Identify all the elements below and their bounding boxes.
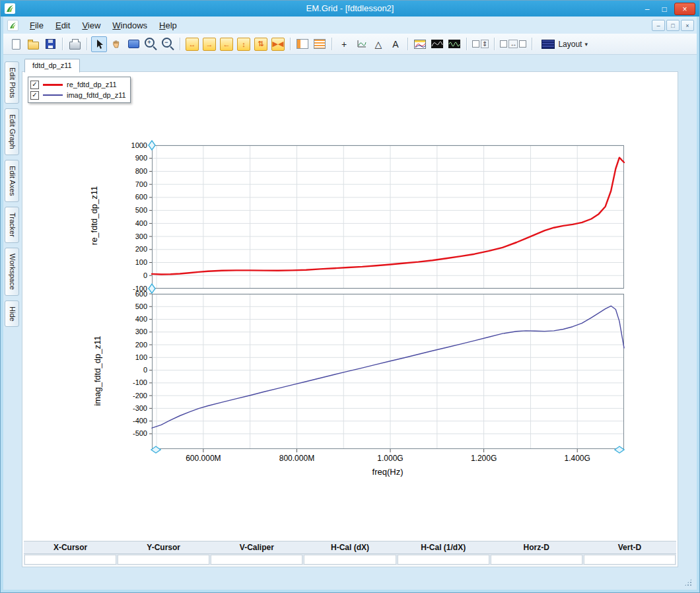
svg-text:100: 100: [135, 353, 147, 361]
status-column-value[interactable]: [304, 555, 396, 565]
app-window: EM.Grid - [fdtdlesson2] – □ × File Edit …: [0, 0, 700, 593]
axis-handle-top-left[interactable]: [148, 140, 156, 151]
mdi-restore-button[interactable]: □: [666, 20, 680, 31]
svg-text:-500: -500: [133, 429, 147, 437]
sidebar-tab-edit-graph[interactable]: Edit Graph: [5, 108, 19, 155]
select-tool-button[interactable]: [91, 36, 107, 52]
resize-grip[interactable]: [684, 578, 692, 586]
svg-text:500: 500: [135, 302, 147, 310]
split-horizontal-button[interactable]: [312, 36, 328, 52]
toolbar-separator: [87, 38, 87, 50]
status-column-value[interactable]: [584, 555, 676, 565]
imag-plot-canvas[interactable]: -500-400-300-200-10001002003004005006006…: [152, 294, 624, 449]
svg-text:200: 200: [135, 245, 147, 253]
svg-text:1000: 1000: [131, 141, 147, 149]
maximize-button[interactable]: □: [657, 3, 672, 15]
re-plot-canvas[interactable]: -10001002003004005006007008009001000: [152, 145, 624, 289]
zoom-window-button[interactable]: [125, 36, 141, 52]
axis-handle-bottom-left[interactable]: [151, 446, 161, 454]
sidebar-tab-workspace[interactable]: Workspace: [5, 248, 19, 296]
status-column-value[interactable]: [398, 555, 489, 565]
split-vertical-button[interactable]: [295, 36, 310, 52]
waveform-view-button[interactable]: [429, 36, 445, 52]
status-column-value[interactable]: [118, 555, 209, 565]
menu-edit[interactable]: Edit: [50, 18, 76, 32]
layout-menu-label: Layout: [558, 40, 582, 49]
svg-text:600: 600: [135, 290, 147, 298]
open-file-button[interactable]: [25, 36, 41, 52]
y-axis-label-re: re_fdtd_dp_z11: [89, 144, 99, 287]
svg-text:800: 800: [135, 167, 147, 175]
sidebar-tab-tracker[interactable]: Tracker: [5, 207, 19, 243]
svg-text:300: 300: [135, 328, 147, 335]
autoscale-button[interactable]: ▶◀: [270, 36, 286, 52]
svg-text:-200: -200: [133, 392, 147, 400]
plot-properties-button[interactable]: [412, 36, 428, 52]
mdi-close-button[interactable]: ×: [681, 20, 694, 31]
minimize-button[interactable]: –: [640, 3, 654, 15]
svg-text:300: 300: [135, 232, 147, 240]
svg-text:1.400G: 1.400G: [565, 454, 590, 463]
axis-handle-bottom-right[interactable]: [614, 446, 625, 454]
side-tab-strip: Edit Plots Edit Graph Edit Axes Tracker …: [5, 61, 20, 327]
status-headers: X-CursorY-CursorV-CaliperH-Cal (dX)H-Cal…: [24, 541, 676, 554]
zoom-in-button[interactable]: +: [143, 36, 158, 52]
scroll-right-button[interactable]: →: [201, 36, 217, 52]
toolbar-separator: [332, 38, 332, 50]
delta-measure-button[interactable]: △: [370, 36, 386, 52]
legend-row-re: ✓ re_fdtd_dp_z11: [30, 79, 126, 90]
toolbar-items: +−↔→←↕⇅▶◀+△A⇕↔Layout▾: [3, 34, 697, 54]
add-axes-button[interactable]: [353, 36, 369, 52]
menu-windows[interactable]: Windows: [106, 18, 153, 32]
svg-text:200: 200: [135, 341, 147, 349]
scroll-left-button[interactable]: ←: [219, 36, 234, 52]
legend-box: ✓ re_fdtd_dp_z11 ✓ imag_fdtd_dp_z11: [28, 77, 131, 103]
close-button[interactable]: ×: [674, 3, 695, 15]
status-column-header: Vert-D: [583, 541, 676, 553]
scale-h-fit-button[interactable]: ↔: [184, 36, 200, 52]
legend-checkbox-re[interactable]: ✓: [30, 81, 39, 89]
legend-line-sample-imag: [43, 94, 63, 96]
legend-checkbox-imag[interactable]: ✓: [30, 91, 39, 100]
fit-plot-horizontal-button[interactable]: ↔: [499, 36, 528, 52]
spectrum-view-button[interactable]: [446, 36, 462, 52]
document-logo-icon: [7, 20, 18, 31]
status-column-header: X-Cursor: [24, 541, 117, 553]
scale-v-fit-button[interactable]: ↕: [236, 36, 252, 52]
svg-text:-100: -100: [133, 378, 147, 386]
mdi-minimize-button[interactable]: –: [652, 20, 665, 31]
fit-plot-vertical-button[interactable]: ⇕: [471, 36, 490, 52]
zoom-out-button[interactable]: −: [160, 36, 176, 52]
y-axis-label-imag: imag_fdtd_dp_z11: [92, 299, 102, 442]
menu-file[interactable]: File: [24, 18, 50, 32]
sidebar-tab-edit-axes[interactable]: Edit Axes: [5, 160, 19, 202]
status-column-value[interactable]: [211, 555, 302, 565]
add-marker-button[interactable]: +: [336, 36, 352, 52]
sidebar-tab-hide[interactable]: Hide: [5, 300, 19, 328]
menu-help[interactable]: Help: [153, 18, 183, 32]
svg-text:1.200G: 1.200G: [471, 454, 497, 463]
menu-view[interactable]: View: [76, 18, 106, 32]
status-column-header: V-Caliper: [210, 541, 303, 553]
svg-text:1.000G: 1.000G: [377, 454, 403, 463]
window-title: EM.Grid - [fdtdlesson2]: [1, 3, 699, 13]
print-button[interactable]: [67, 36, 83, 52]
status-column-value[interactable]: [491, 555, 582, 565]
add-text-button[interactable]: A: [388, 36, 403, 52]
pan-tool-button[interactable]: [108, 36, 124, 52]
status-column-value[interactable]: [24, 555, 116, 565]
plot-document-tab[interactable]: fdtd_dp_z11: [24, 59, 80, 73]
legend-label-imag: imag_fdtd_dp_z11: [67, 91, 126, 99]
new-document-button[interactable]: [8, 36, 24, 52]
axis-handle-mid-left[interactable]: [148, 283, 156, 294]
save-file-button[interactable]: [42, 36, 58, 52]
toolbar-separator: [180, 38, 180, 50]
sidebar-tab-edit-plots[interactable]: Edit Plots: [5, 61, 19, 104]
layout-menu-button[interactable]: Layout▾: [536, 36, 593, 52]
legend-label-re: re_fdtd_dp_z11: [67, 81, 117, 88]
scale-v-scroll-button[interactable]: ⇅: [253, 36, 269, 52]
client-area: Edit Plots Edit Graph Edit Axes Tracker …: [3, 55, 697, 590]
status-values: [24, 554, 676, 565]
title-bar[interactable]: EM.Grid - [fdtdlesson2] – □ ×: [1, 1, 699, 17]
toolbar-separator: [532, 38, 532, 50]
